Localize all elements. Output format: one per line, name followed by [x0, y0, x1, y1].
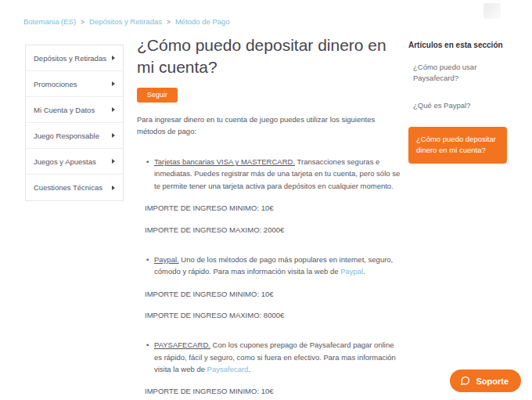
sidebar-item-label: Juegos y Apuestas — [34, 157, 96, 166]
breadcrumb-category-link[interactable]: Depósitos y Retiradas — [89, 17, 162, 26]
payment-method-paysafecard: PAYSAFECARD. Con los cupones prepago de … — [137, 339, 401, 400]
breadcrumb-separator: > — [81, 18, 84, 26]
sidebar-item-depositos-y-retiradas[interactable]: Depósitos y Retiradas — [26, 45, 123, 71]
sidebar-item-mi-cuenta-y-datos[interactable]: Mi Cuenta y Datos — [26, 97, 123, 123]
sidebar-item-juego-responsable[interactable]: Juego Responsable — [26, 123, 123, 149]
sidebar-item-label: Juego Responsable — [34, 132, 99, 140]
method-link-cards[interactable]: Tarjetas bancarias VISA y MASTERCARD. — [154, 157, 295, 166]
method-text-end: . — [248, 365, 250, 373]
method-link-paypal[interactable]: Paypal. — [154, 255, 179, 264]
category-sidebar: Depósitos y Retiradas Promociones Mi Cue… — [25, 45, 124, 201]
article-intro: Para ingresar dinero en tu cuenta de jue… — [137, 114, 401, 137]
method-text-end: . — [363, 267, 365, 276]
support-button[interactable]: Soporte — [450, 369, 521, 392]
sidebar-item-label: Depósitos y Retiradas — [34, 54, 106, 63]
chevron-right-icon — [112, 107, 115, 112]
method-description: PAYSAFECARD. Con los cupones prepago de … — [137, 339, 401, 375]
sidebar-item-cuestiones-tecnicas[interactable]: Cuestiones Técnicas — [26, 175, 123, 200]
chat-bubble-icon — [460, 376, 470, 386]
sidebar-item-promociones[interactable]: Promociones — [26, 71, 123, 97]
chevron-right-icon — [112, 186, 115, 190]
section-article-current[interactable]: ¿Cómo puedo depositar dinero en mi cuent… — [408, 127, 507, 164]
paypal-web-link[interactable]: Paypal — [340, 267, 363, 276]
breadcrumb-separator: > — [167, 18, 171, 26]
method-description: Tarjetas bancarias VISA y MASTERCARD. Tr… — [137, 156, 401, 192]
sidebar-item-label: Mi Cuenta y Datos — [34, 106, 95, 114]
chevron-right-icon — [112, 56, 115, 60]
article-main: ¿Cómo puedo depositar dinero en mi cuent… — [137, 34, 401, 400]
follow-button[interactable]: Seguir — [137, 88, 178, 103]
paysafecard-web-link[interactable]: Paysafecard — [207, 365, 249, 373]
scroll-indicator — [483, 3, 501, 19]
chevron-right-icon — [112, 81, 115, 86]
deposit-min: IMPORTE DE INGRESO MINIMO: 10€ — [145, 290, 401, 299]
breadcrumb-section-link[interactable]: Método de Pago — [175, 17, 230, 26]
sidebar-item-label: Cuestiones Técnicas — [34, 183, 102, 192]
payment-method-paypal: Paypal. Uno de los métodos de pago más p… — [137, 254, 401, 320]
section-articles-sidebar: Artículos en esta sección ¿Cómo puedo us… — [408, 41, 507, 164]
support-button-label: Soporte — [476, 377, 509, 386]
breadcrumb-home-link[interactable]: Botemania (ES) — [23, 17, 76, 26]
section-article-paysafecard[interactable]: ¿Cómo puedo usar Paysafecard? — [408, 62, 507, 85]
method-description: Paypal. Uno de los métodos de pago más p… — [137, 254, 401, 278]
deposit-min: IMPORTE DE INGRESO MINIMO: 10€ — [145, 387, 401, 396]
section-article-paypal[interactable]: ¿Qué es Paypal? — [408, 100, 507, 111]
deposit-min: IMPORTE DE INGRESO MINIMO: 10€ — [145, 204, 401, 213]
breadcrumb: Botemania (ES)>Depósitos y Retiradas>Mét… — [23, 17, 230, 26]
sidebar-item-juegos-y-apuestas[interactable]: Juegos y Apuestas — [26, 149, 123, 175]
deposit-max: IMPORTE DE INGRESO MAXIMO: 2000€ — [145, 225, 401, 235]
page-title: ¿Cómo puedo depositar dinero en mi cuent… — [137, 34, 401, 79]
payment-method-cards: Tarjetas bancarias VISA y MASTERCARD. Tr… — [137, 156, 401, 235]
chevron-right-icon — [112, 159, 115, 164]
sidebar-item-label: Promociones — [34, 80, 77, 88]
section-articles-heading: Artículos en esta sección — [408, 41, 507, 49]
deposit-max: IMPORTE DE INGRESO MAXIMO: 8000€ — [145, 311, 401, 320]
chevron-right-icon — [112, 133, 115, 138]
method-link-paysafecard[interactable]: PAYSAFECARD. — [154, 341, 210, 349]
